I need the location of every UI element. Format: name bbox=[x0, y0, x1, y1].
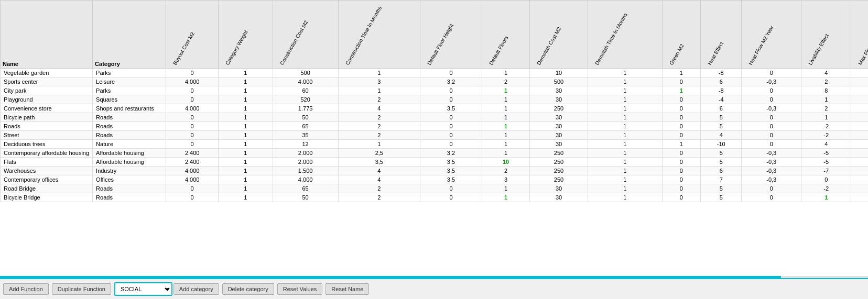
cell-value: 1 bbox=[482, 86, 529, 95]
cell-value: 1 bbox=[482, 122, 529, 131]
col-heat-flow-m2-year: Heat Flow M2 Year bbox=[742, 1, 801, 69]
cell-value: 4.000 bbox=[273, 175, 338, 184]
cell-category: Parks bbox=[93, 69, 166, 77]
cell-value: 5 bbox=[701, 184, 742, 193]
cell-value: 1 bbox=[219, 86, 273, 95]
cell-value: 5 bbox=[701, 149, 742, 158]
table-row: FlatsAffordable housing2.40012.0003,53,5… bbox=[1, 158, 869, 167]
cell-value: 1 bbox=[588, 193, 662, 202]
add-category-button[interactable]: Add category bbox=[173, 283, 219, 295]
cell-value: 0 bbox=[166, 113, 219, 122]
table-wrapper[interactable]: Name Category Buyout Cost M2Category Wei… bbox=[0, 0, 868, 276]
cell-value: 30 bbox=[530, 113, 588, 122]
cell-name: Bicycle path bbox=[1, 113, 93, 122]
cell-value: 1 bbox=[219, 167, 273, 175]
duplicate-function-button[interactable]: Duplicate Function bbox=[52, 283, 111, 295]
scrollbar-area[interactable] bbox=[0, 276, 868, 278]
cell-value: 0 bbox=[662, 122, 700, 131]
cell-value: 4 bbox=[701, 131, 742, 140]
cell-value: 1 bbox=[851, 86, 868, 95]
cell-value: 6 bbox=[701, 77, 742, 86]
cell-value: 0 bbox=[742, 193, 801, 202]
cell-name: Convenience store bbox=[1, 104, 93, 113]
cell-value: 0 bbox=[742, 69, 801, 77]
cell-value: -0,3 bbox=[742, 77, 801, 86]
reset-values-button[interactable]: Reset Values bbox=[277, 283, 323, 295]
cell-value: 10 bbox=[851, 167, 868, 175]
cell-value: 3 bbox=[851, 149, 868, 158]
cell-value: 1 bbox=[588, 113, 662, 122]
cell-value: 2 bbox=[338, 122, 420, 131]
cell-value: 1 bbox=[588, 149, 662, 158]
cell-value: 500 bbox=[530, 77, 588, 86]
cell-value: 4 bbox=[338, 175, 420, 184]
cell-value: 0 bbox=[742, 86, 801, 95]
table-row: Bicycle BridgeRoads015020130105011100001… bbox=[1, 193, 869, 202]
cell-value: 1.775 bbox=[273, 104, 338, 113]
cell-value: 1 bbox=[801, 193, 851, 202]
cell-name: Flats bbox=[1, 158, 93, 167]
cell-value: 4 bbox=[338, 104, 420, 113]
cell-value: 6 bbox=[701, 104, 742, 113]
reset-name-button[interactable]: Reset Name bbox=[326, 283, 369, 295]
cell-value: 1 bbox=[662, 140, 700, 149]
cell-value: -5 bbox=[801, 149, 851, 158]
cell-value: 1 bbox=[851, 113, 868, 122]
cell-value: 0 bbox=[420, 69, 482, 77]
cell-value: 1 bbox=[801, 113, 851, 122]
cell-value: 0 bbox=[166, 69, 219, 77]
delete-category-button[interactable]: Delete category bbox=[222, 283, 274, 295]
cell-value: 1 bbox=[851, 104, 868, 113]
add-function-button[interactable]: Add Function bbox=[3, 283, 49, 295]
cell-value: 0 bbox=[166, 193, 219, 202]
cell-value: -8 bbox=[701, 86, 742, 95]
cell-value: 1 bbox=[338, 69, 420, 77]
cell-value: -0,3 bbox=[742, 104, 801, 113]
cell-name: Vegetable garden bbox=[1, 69, 93, 77]
cell-value: 50 bbox=[273, 193, 338, 202]
category-select[interactable]: SOCIALRESIDENTIALCOMMERCIALINDUSTRIALPAR… bbox=[114, 282, 172, 296]
col-category-weight: Category Weight bbox=[219, 1, 273, 69]
cell-value: 2 bbox=[482, 167, 529, 175]
cell-category: Offices bbox=[93, 175, 166, 184]
cell-value: 2,5 bbox=[338, 149, 420, 158]
cell-name: Bicycle Bridge bbox=[1, 193, 93, 202]
cell-value: 5 bbox=[701, 193, 742, 202]
cell-value: 30 bbox=[530, 193, 588, 202]
cell-value: 1 bbox=[851, 122, 868, 131]
cell-value: 10 bbox=[530, 69, 588, 77]
cell-value: 0 bbox=[420, 95, 482, 104]
cell-name: City park bbox=[1, 86, 93, 95]
cell-value: 0 bbox=[662, 158, 700, 167]
cell-value: 0 bbox=[662, 175, 700, 184]
col-buyout-cost-m2: Buyout Cost M2 bbox=[166, 1, 219, 69]
cell-value: 520 bbox=[273, 95, 338, 104]
cell-value: 250 bbox=[530, 158, 588, 167]
col-name: Name bbox=[1, 1, 93, 69]
cell-value: 3,5 bbox=[420, 104, 482, 113]
cell-value: 0 bbox=[801, 175, 851, 184]
cell-value: 30 bbox=[530, 131, 588, 140]
cell-value: 2 bbox=[801, 77, 851, 86]
cell-value: 1 bbox=[801, 95, 851, 104]
cell-value: 1 bbox=[588, 184, 662, 193]
cell-value: 4.000 bbox=[166, 175, 219, 184]
cell-value: 1 bbox=[219, 113, 273, 122]
cell-value: -0,3 bbox=[742, 167, 801, 175]
cell-value: 2.000 bbox=[273, 158, 338, 167]
cell-value: 1 bbox=[851, 184, 868, 193]
col-default-floor-height: Default Floor Height bbox=[420, 1, 482, 69]
cell-value: 2 bbox=[338, 95, 420, 104]
cell-value: 2 bbox=[338, 113, 420, 122]
cell-value: 2 bbox=[338, 184, 420, 193]
cell-value: 0 bbox=[742, 140, 801, 149]
cell-value: 5 bbox=[701, 122, 742, 131]
cell-value: 1 bbox=[219, 149, 273, 158]
cell-value: 1 bbox=[219, 69, 273, 77]
cell-value: 1 bbox=[482, 95, 529, 104]
cell-value: 1 bbox=[851, 193, 868, 202]
cell-name: Street bbox=[1, 131, 93, 140]
col-green-m2: Green M2 bbox=[662, 1, 700, 69]
cell-value: 1 bbox=[588, 104, 662, 113]
cell-value: 30 bbox=[530, 95, 588, 104]
